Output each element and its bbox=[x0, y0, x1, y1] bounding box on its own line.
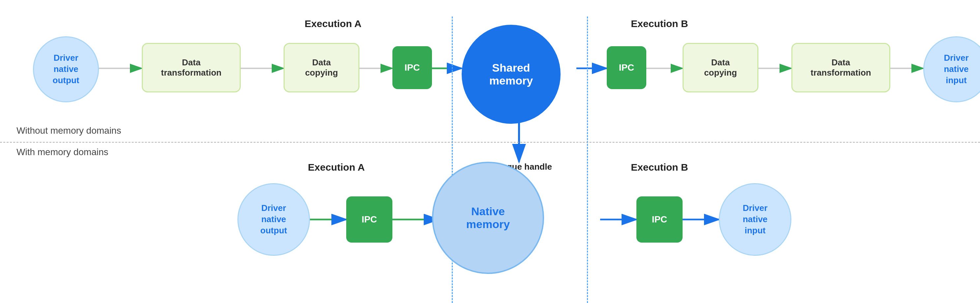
diagram-container: Without memory domains With memory domai… bbox=[0, 0, 980, 303]
driver-native-input-top: Driver native input bbox=[923, 36, 980, 102]
exec-a-label-top: Execution A bbox=[283, 18, 382, 29]
ipc-2: IPC bbox=[607, 46, 646, 89]
driver-native-input-bottom: Driver native input bbox=[719, 183, 791, 256]
without-memory-label: Without memory domains bbox=[16, 125, 121, 136]
data-transformation-1: Data transformation bbox=[142, 43, 241, 92]
driver-native-output-top: Driver native output bbox=[33, 36, 99, 102]
ipc-4: IPC bbox=[636, 196, 682, 242]
ipc-1: IPC bbox=[392, 46, 432, 89]
ipc-3: IPC bbox=[346, 196, 392, 242]
exec-b-label-top: Execution B bbox=[610, 18, 709, 29]
data-copying-1: Data copying bbox=[283, 43, 360, 92]
vline-right bbox=[587, 16, 588, 303]
with-memory-label: With memory domains bbox=[16, 147, 108, 158]
exec-a-label-bottom: Execution A bbox=[287, 162, 386, 173]
data-transformation-2: Data transformation bbox=[791, 43, 890, 92]
exec-b-label-bottom: Execution B bbox=[610, 162, 709, 173]
section-divider bbox=[0, 142, 980, 143]
shared-memory: Shared memory bbox=[461, 25, 560, 124]
data-copying-2: Data copying bbox=[682, 43, 759, 92]
driver-native-output-bottom: Driver native output bbox=[237, 183, 310, 256]
native-memory: Native memory bbox=[432, 162, 544, 274]
